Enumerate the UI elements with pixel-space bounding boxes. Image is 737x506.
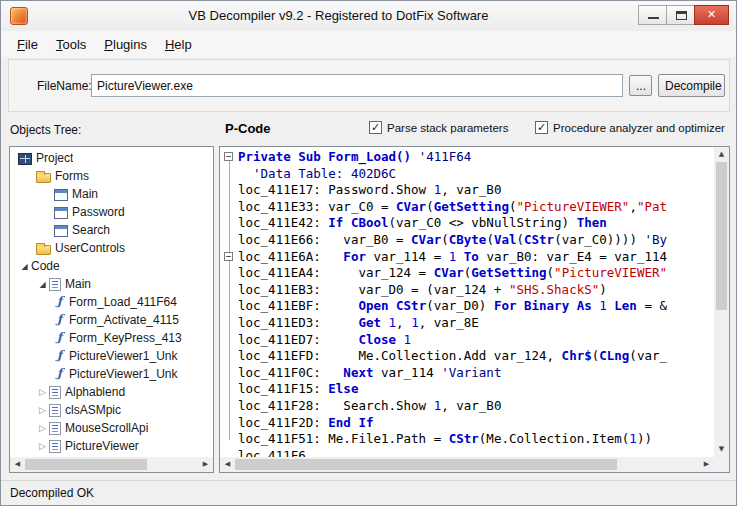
maximize-icon: [676, 11, 687, 20]
scroll-left-icon[interactable]: ◀: [220, 457, 235, 472]
tree-item-label: UserControls: [55, 241, 125, 255]
tree-scrollbar-thumb[interactable]: [25, 459, 147, 470]
code-gutter: [220, 348, 238, 365]
collapsed-arrow-icon[interactable]: ▷: [36, 423, 49, 433]
code-segment: 1: [599, 298, 607, 313]
code-segment: Close: [358, 332, 403, 347]
minimize-button[interactable]: [638, 5, 667, 25]
tree-item-label: PictureViewer1_Unk: [69, 367, 178, 381]
scroll-left-icon[interactable]: ◀: [10, 457, 25, 472]
fold-collapse-icon[interactable]: −: [224, 152, 233, 161]
code-text: loc_411E66: var_B0 = CVar(CByte(Val(CStr…: [238, 232, 667, 249]
tree-item-form_keypress_413[interactable]: ƒForm_KeyPress_413: [10, 329, 213, 347]
collapsed-arrow-icon[interactable]: ▷: [36, 441, 49, 451]
code-segment: (: [441, 232, 449, 247]
code-segment: CVar: [434, 265, 464, 280]
tree-item-pictureviewer[interactable]: ▷PictureViewer: [10, 437, 213, 455]
code-segment: ,: [396, 315, 411, 330]
scroll-right-icon[interactable]: ▶: [699, 457, 714, 472]
tree-item-label: Forms: [55, 169, 89, 183]
tree-item-project[interactable]: Project: [10, 149, 213, 167]
code-text: loc_411F6: [238, 448, 306, 457]
code-segment: (Me.Collection.Item(: [479, 431, 630, 446]
minimize-icon: [648, 17, 659, 19]
tree-item-forms[interactable]: Forms: [10, 167, 213, 185]
scroll-up-icon[interactable]: ▲: [714, 147, 729, 162]
code-line: loc_411E66: var_B0 = CVar(CByte(Val(CStr…: [220, 232, 714, 249]
tree-item-password[interactable]: Password: [10, 203, 213, 221]
code-hscrollbar-thumb[interactable]: [235, 459, 617, 470]
code-segment: 'Data Table: 402D6C: [238, 166, 396, 181]
tree-item-label: Form_Load_411F64: [69, 295, 177, 309]
menu-item-tools[interactable]: Tools: [47, 33, 95, 56]
tree-item-pictureviewer1_unk[interactable]: ƒPictureViewer1_Unk: [10, 347, 213, 365]
code-text: loc_411EBF: Open CStr(var_D0) For Binary…: [238, 298, 667, 315]
tree-item-alphablend[interactable]: ▷Alphablend: [10, 383, 213, 401]
code-segment: GetSetting: [434, 199, 509, 214]
decompile-button[interactable]: Decompile: [658, 74, 725, 97]
code-text: loc_411EFD: Me.Collection.Add var_124, C…: [238, 348, 667, 365]
code-segment: loc_411EB3: var_D0 = (var_124 +: [238, 282, 509, 297]
scroll-down-icon[interactable]: ▼: [714, 442, 729, 457]
tree-item-label: clsASMpic: [65, 403, 121, 417]
tree-item-pictureviewer1_unk[interactable]: ƒPictureViewer1_Unk: [10, 365, 213, 383]
tree-item-main[interactable]: Main: [10, 185, 213, 203]
code-line: loc_411E42: If CBool(var_C0 <> vbNullStr…: [220, 215, 714, 232]
code-gutter: [220, 398, 238, 415]
tree-item-label: PictureViewer: [65, 439, 139, 453]
code-segment: End If: [328, 415, 373, 430]
menu-item-file[interactable]: File: [8, 33, 47, 56]
code-segment: loc_411F2D:: [238, 415, 328, 430]
procedure-analyzer-checkbox[interactable]: ✓ Procedure analyzer and optimizer: [535, 121, 725, 134]
code-segment: CStr: [396, 298, 426, 313]
tree-item-clsasmpic[interactable]: ▷clsASMpic: [10, 401, 213, 419]
code-gutter: −: [220, 149, 238, 166]
tree-item-code[interactable]: ◢Code: [10, 257, 213, 275]
maximize-button[interactable]: [666, 5, 695, 25]
code-segment: CByte: [449, 232, 487, 247]
tree-item-main[interactable]: ◢Main: [10, 275, 213, 293]
code-gutter: −: [220, 249, 238, 266]
menu-item-help[interactable]: Help: [156, 33, 201, 56]
tree-item-label: Main: [72, 187, 98, 201]
code-text: loc_411F15: Else: [238, 381, 358, 398]
code-segment: CVar: [411, 232, 441, 247]
expanded-arrow-icon[interactable]: ◢: [18, 262, 31, 271]
expanded-arrow-icon[interactable]: ◢: [36, 280, 49, 289]
code-segment: Len: [607, 298, 637, 313]
close-button[interactable]: ✕: [694, 5, 729, 25]
checkbox-icon[interactable]: ✓: [535, 121, 548, 134]
title-bar[interactable]: VB Decompiler v9.2 - Registered to DotFi…: [1, 1, 736, 31]
menu-item-plugins[interactable]: Plugins: [95, 33, 156, 56]
tree-item-usercontrols[interactable]: UserControls: [10, 239, 213, 257]
browse-button[interactable]: ...: [629, 75, 652, 96]
code-segment: Then: [577, 215, 607, 230]
tree-item-form_activate_4115[interactable]: ƒForm_Activate_4115: [10, 311, 213, 329]
tree-item-form_load_411f64[interactable]: ƒForm_Load_411F64: [10, 293, 213, 311]
code-vertical-scrollbar[interactable]: ▲ ▼: [714, 147, 729, 457]
parse-stack-parameters-checkbox[interactable]: ✓ Parse stack parameters: [369, 121, 508, 134]
checkbox-icon[interactable]: ✓: [369, 121, 382, 134]
objects-tree-panel: ProjectFormsMainPasswordSearchUserContro…: [9, 146, 214, 473]
tree-item-search[interactable]: Search: [10, 221, 213, 239]
code-segment: If: [328, 215, 351, 230]
code-segment: CStr: [524, 232, 554, 247]
code-segment: , var_8E: [419, 315, 479, 330]
code-segment: CBool: [351, 215, 389, 230]
code-gutter: [220, 166, 238, 183]
tree-horizontal-scrollbar[interactable]: ◀ ▶: [10, 457, 213, 472]
code-segment: loc_411EFD: Me.Collection.Add var_124,: [238, 348, 562, 363]
collapsed-arrow-icon[interactable]: ▷: [36, 387, 49, 397]
fold-collapse-icon[interactable]: −: [224, 252, 233, 261]
code-segment: Val: [494, 232, 517, 247]
tree-item-mousescrollapi[interactable]: ▷MouseScrollApi: [10, 419, 213, 437]
code-horizontal-scrollbar[interactable]: ◀ ▶: [220, 457, 714, 472]
code-gutter: [220, 431, 238, 448]
code-segment: CVar: [396, 199, 426, 214]
code-vscrollbar-thumb[interactable]: [716, 162, 727, 310]
collapsed-arrow-icon[interactable]: ▷: [36, 405, 49, 415]
scroll-right-icon[interactable]: ▶: [198, 457, 213, 472]
code-line: loc_411EFD: Me.Collection.Add var_124, C…: [220, 348, 714, 365]
code-text: Private Sub Form_Load() '411F64: [238, 149, 471, 166]
filename-input[interactable]: [91, 74, 623, 97]
